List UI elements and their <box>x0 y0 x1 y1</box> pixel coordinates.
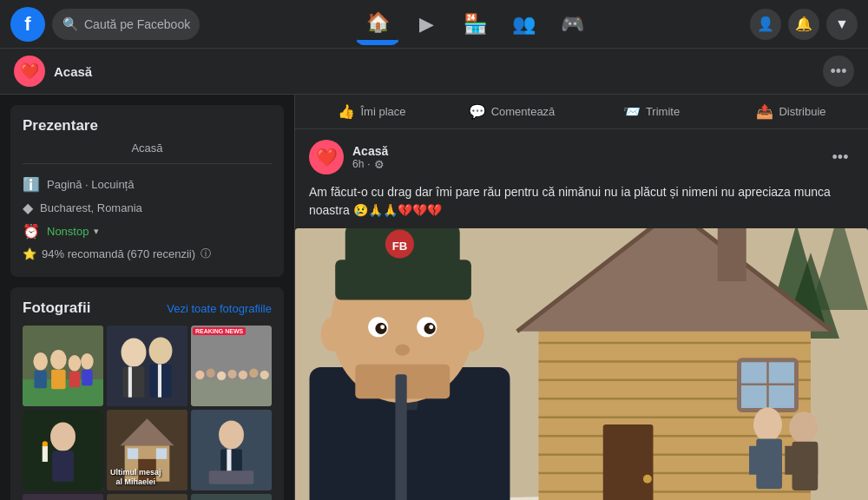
svg-rect-116 <box>453 396 503 424</box>
left-panel: Prezentare Acasă ℹ️ Pagină · Locuință ◆ … <box>0 95 295 500</box>
see-all-photos-link[interactable]: Vezi toate fotografiile <box>167 302 272 315</box>
svg-text:FB: FB <box>392 240 408 253</box>
photo-cell-4[interactable] <box>23 410 103 490</box>
nav-gaming-btn[interactable]: 🎮 <box>551 3 593 45</box>
page-header-strip: ❤️ Acasă ••• <box>0 49 868 95</box>
nav-avatar-btn[interactable]: 👤 <box>750 9 781 40</box>
gaming-icon: 🎮 <box>561 13 584 36</box>
search-bar[interactable]: 🔍 <box>52 9 200 40</box>
svg-rect-35 <box>128 448 138 458</box>
send-label: Trimite <box>646 105 680 118</box>
svg-rect-16 <box>158 364 161 397</box>
post-author[interactable]: Acasă <box>352 144 818 158</box>
svg-rect-29 <box>43 445 48 462</box>
svg-point-87 <box>643 475 652 484</box>
photo-cell-9[interactable]: anilor '90 <box>191 494 272 500</box>
svg-rect-42 <box>23 494 103 500</box>
post-avatar: ❤️ <box>309 140 344 174</box>
nav-watch-btn[interactable]: ▶ <box>405 3 447 45</box>
info-page-type-text: Pagină · Locuință <box>47 178 134 191</box>
svg-rect-41 <box>209 470 254 484</box>
fotografii-title: Fotografii <box>23 299 90 317</box>
photo-grid: REAKING NEWS <box>23 326 272 500</box>
post-more-button[interactable]: ••• <box>826 143 854 171</box>
nav-center: 🏠 ▶ 🏪 👥 🎮 <box>200 3 750 45</box>
prezentare-box: Prezentare Acasă ℹ️ Pagină · Locuință ◆ … <box>10 105 284 277</box>
gear-icon[interactable]: ⚙ <box>374 158 385 171</box>
photo-cell-2[interactable] <box>107 326 187 406</box>
photo-breaking-news-badge: REAKING NEWS <box>193 327 246 335</box>
info-location-text: Bucharest, Romania <box>40 201 142 214</box>
info-question-icon[interactable]: ⓘ <box>201 247 211 261</box>
nav-menu-btn[interactable]: ▼ <box>826 9 858 40</box>
fotografii-header: Fotografii Vezi toate fotografiile <box>23 299 272 317</box>
svg-point-109 <box>380 325 385 329</box>
info-hours: ⏰ Nonstop ▾ <box>23 220 272 243</box>
svg-rect-36 <box>156 448 167 458</box>
svg-point-111 <box>396 345 411 356</box>
chevron-down-icon[interactable]: ▾ <box>94 226 99 237</box>
page-content: ❤️ Acasă ••• Prezentare Acasă ℹ️ Pagină … <box>0 49 868 500</box>
like-label: Îmi place <box>360 105 405 118</box>
watch-icon: ▶ <box>419 13 434 36</box>
post-text: Am făcut-o cu drag dar îmi pare rău pent… <box>309 183 854 220</box>
clock-icon: ⏰ <box>23 223 40 240</box>
send-button[interactable]: 📨 Trimite <box>582 95 721 128</box>
svg-point-27 <box>50 422 76 451</box>
photo-cell-6[interactable] <box>191 410 272 490</box>
like-button[interactable]: 👍 Îmi place <box>302 95 442 128</box>
svg-rect-13 <box>128 367 132 398</box>
photo-cell-3[interactable]: REAKING NEWS <box>191 326 272 406</box>
more-dots-icon: ••• <box>831 62 847 81</box>
page-logo: ❤️ <box>14 56 45 87</box>
search-icon: 🔍 <box>62 16 79 32</box>
svg-point-23 <box>239 371 247 379</box>
nav-notifications-btn[interactable]: 🔔 <box>788 9 819 40</box>
nav-groups-btn[interactable]: 👥 <box>503 3 544 45</box>
svg-rect-96 <box>785 446 796 475</box>
svg-rect-18 <box>191 379 272 406</box>
share-button[interactable]: 📤 Distribuie <box>721 95 861 128</box>
info-circle-icon: ℹ️ <box>23 176 40 193</box>
svg-point-25 <box>260 371 269 379</box>
svg-rect-10 <box>107 326 187 406</box>
svg-point-22 <box>227 370 236 378</box>
svg-point-110 <box>429 325 433 329</box>
info-rating-text: 94% recomandă (670 recenzii) <box>42 247 195 260</box>
nav-home-btn[interactable]: 🏠 <box>357 3 398 45</box>
svg-point-30 <box>43 441 48 446</box>
svg-point-14 <box>149 337 173 364</box>
search-input[interactable] <box>84 17 197 31</box>
location-icon: ◆ <box>23 200 33 216</box>
comment-icon: 💬 <box>469 103 486 120</box>
svg-point-114 <box>461 317 483 352</box>
photo-cell-1[interactable] <box>23 326 103 406</box>
nonstop-row: Nonstop ▾ <box>47 225 99 238</box>
post-meta: Acasă 6h · ⚙ <box>352 144 818 171</box>
svg-point-8 <box>81 353 93 370</box>
prezentare-subtitle: Acasă <box>23 141 272 164</box>
page-more-button[interactable]: ••• <box>823 56 854 87</box>
photo-cell-7[interactable] <box>23 494 103 500</box>
facebook-logo[interactable]: f <box>10 7 45 42</box>
photo-cell-5[interactable]: Ultimul mesajal Mihaelei <box>107 410 187 490</box>
more-dots-icon: ••• <box>832 148 849 167</box>
comment-button[interactable]: 💬 Comentează <box>442 95 582 128</box>
post: ❤️ Acasă 6h · ⚙ ••• <box>295 129 868 500</box>
nav-marketplace-btn[interactable]: 🏪 <box>454 3 496 45</box>
share-label: Distribuie <box>779 105 825 118</box>
svg-rect-9 <box>82 370 92 386</box>
home-icon: 🏠 <box>366 11 390 34</box>
svg-point-20 <box>207 369 215 378</box>
photo-cell-8[interactable] <box>107 494 187 500</box>
post-sub: 6h · ⚙ <box>352 158 818 171</box>
nav-right: 👤 🔔 ▼ <box>750 9 858 40</box>
right-panel: 👍 Îmi place 💬 Comentează 📨 Trimite 📤 Dis… <box>295 95 868 500</box>
svg-rect-3 <box>34 371 46 389</box>
post-image-inner: FB <box>295 228 868 500</box>
share-icon: 📤 <box>756 103 773 120</box>
svg-point-90 <box>753 407 782 442</box>
info-location: ◆ Bucharest, Romania <box>23 196 272 220</box>
comment-label: Comentează <box>491 105 556 118</box>
svg-rect-5 <box>51 370 66 390</box>
